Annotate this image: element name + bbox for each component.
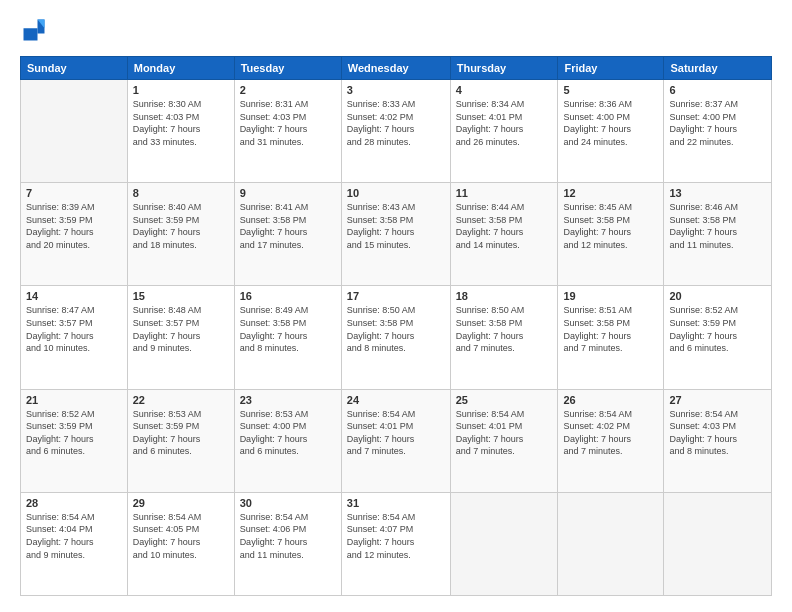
day-info: Sunrise: 8:31 AM Sunset: 4:03 PM Dayligh…: [240, 98, 336, 148]
logo: [20, 16, 52, 44]
calendar-cell: [558, 492, 664, 595]
day-number: 26: [563, 394, 658, 406]
calendar-cell: 7Sunrise: 8:39 AM Sunset: 3:59 PM Daylig…: [21, 183, 128, 286]
day-number: 20: [669, 290, 766, 302]
day-number: 3: [347, 84, 445, 96]
day-number: 5: [563, 84, 658, 96]
calendar-cell: 5Sunrise: 8:36 AM Sunset: 4:00 PM Daylig…: [558, 80, 664, 183]
calendar-cell: 6Sunrise: 8:37 AM Sunset: 4:00 PM Daylig…: [664, 80, 772, 183]
day-info: Sunrise: 8:50 AM Sunset: 3:58 PM Dayligh…: [456, 304, 553, 354]
day-info: Sunrise: 8:34 AM Sunset: 4:01 PM Dayligh…: [456, 98, 553, 148]
calendar-cell: 26Sunrise: 8:54 AM Sunset: 4:02 PM Dayli…: [558, 389, 664, 492]
day-info: Sunrise: 8:44 AM Sunset: 3:58 PM Dayligh…: [456, 201, 553, 251]
calendar-cell: 12Sunrise: 8:45 AM Sunset: 3:58 PM Dayli…: [558, 183, 664, 286]
calendar-cell: 9Sunrise: 8:41 AM Sunset: 3:58 PM Daylig…: [234, 183, 341, 286]
day-info: Sunrise: 8:45 AM Sunset: 3:58 PM Dayligh…: [563, 201, 658, 251]
day-info: Sunrise: 8:47 AM Sunset: 3:57 PM Dayligh…: [26, 304, 122, 354]
day-info: Sunrise: 8:54 AM Sunset: 4:04 PM Dayligh…: [26, 511, 122, 561]
calendar-body: 1Sunrise: 8:30 AM Sunset: 4:03 PM Daylig…: [21, 80, 772, 596]
day-info: Sunrise: 8:41 AM Sunset: 3:58 PM Dayligh…: [240, 201, 336, 251]
day-info: Sunrise: 8:46 AM Sunset: 3:58 PM Dayligh…: [669, 201, 766, 251]
day-header-wednesday: Wednesday: [341, 57, 450, 80]
day-info: Sunrise: 8:48 AM Sunset: 3:57 PM Dayligh…: [133, 304, 229, 354]
calendar-cell: 10Sunrise: 8:43 AM Sunset: 3:58 PM Dayli…: [341, 183, 450, 286]
day-number: 22: [133, 394, 229, 406]
day-header-sunday: Sunday: [21, 57, 128, 80]
calendar-cell: 8Sunrise: 8:40 AM Sunset: 3:59 PM Daylig…: [127, 183, 234, 286]
calendar-cell: [664, 492, 772, 595]
page: SundayMondayTuesdayWednesdayThursdayFrid…: [0, 0, 792, 612]
day-info: Sunrise: 8:49 AM Sunset: 3:58 PM Dayligh…: [240, 304, 336, 354]
day-info: Sunrise: 8:39 AM Sunset: 3:59 PM Dayligh…: [26, 201, 122, 251]
logo-icon: [20, 16, 48, 44]
calendar-week-2: 7Sunrise: 8:39 AM Sunset: 3:59 PM Daylig…: [21, 183, 772, 286]
calendar-cell: 4Sunrise: 8:34 AM Sunset: 4:01 PM Daylig…: [450, 80, 558, 183]
calendar-cell: 24Sunrise: 8:54 AM Sunset: 4:01 PM Dayli…: [341, 389, 450, 492]
calendar-cell: 3Sunrise: 8:33 AM Sunset: 4:02 PM Daylig…: [341, 80, 450, 183]
day-number: 6: [669, 84, 766, 96]
calendar-cell: 13Sunrise: 8:46 AM Sunset: 3:58 PM Dayli…: [664, 183, 772, 286]
day-info: Sunrise: 8:36 AM Sunset: 4:00 PM Dayligh…: [563, 98, 658, 148]
calendar-cell: [450, 492, 558, 595]
calendar-week-3: 14Sunrise: 8:47 AM Sunset: 3:57 PM Dayli…: [21, 286, 772, 389]
calendar-cell: 11Sunrise: 8:44 AM Sunset: 3:58 PM Dayli…: [450, 183, 558, 286]
day-number: 19: [563, 290, 658, 302]
day-number: 23: [240, 394, 336, 406]
calendar-cell: 14Sunrise: 8:47 AM Sunset: 3:57 PM Dayli…: [21, 286, 128, 389]
calendar-cell: 18Sunrise: 8:50 AM Sunset: 3:58 PM Dayli…: [450, 286, 558, 389]
day-number: 4: [456, 84, 553, 96]
calendar-cell: 2Sunrise: 8:31 AM Sunset: 4:03 PM Daylig…: [234, 80, 341, 183]
day-number: 27: [669, 394, 766, 406]
day-number: 13: [669, 187, 766, 199]
day-number: 29: [133, 497, 229, 509]
day-number: 10: [347, 187, 445, 199]
calendar-cell: 27Sunrise: 8:54 AM Sunset: 4:03 PM Dayli…: [664, 389, 772, 492]
calendar-cell: 23Sunrise: 8:53 AM Sunset: 4:00 PM Dayli…: [234, 389, 341, 492]
day-number: 24: [347, 394, 445, 406]
day-number: 25: [456, 394, 553, 406]
day-info: Sunrise: 8:54 AM Sunset: 4:01 PM Dayligh…: [456, 408, 553, 458]
day-number: 1: [133, 84, 229, 96]
day-number: 14: [26, 290, 122, 302]
day-number: 16: [240, 290, 336, 302]
calendar-cell: 15Sunrise: 8:48 AM Sunset: 3:57 PM Dayli…: [127, 286, 234, 389]
day-info: Sunrise: 8:53 AM Sunset: 4:00 PM Dayligh…: [240, 408, 336, 458]
day-header-friday: Friday: [558, 57, 664, 80]
day-info: Sunrise: 8:50 AM Sunset: 3:58 PM Dayligh…: [347, 304, 445, 354]
day-info: Sunrise: 8:53 AM Sunset: 3:59 PM Dayligh…: [133, 408, 229, 458]
day-header-thursday: Thursday: [450, 57, 558, 80]
day-info: Sunrise: 8:54 AM Sunset: 4:02 PM Dayligh…: [563, 408, 658, 458]
day-info: Sunrise: 8:52 AM Sunset: 3:59 PM Dayligh…: [26, 408, 122, 458]
calendar-cell: 1Sunrise: 8:30 AM Sunset: 4:03 PM Daylig…: [127, 80, 234, 183]
day-info: Sunrise: 8:30 AM Sunset: 4:03 PM Dayligh…: [133, 98, 229, 148]
calendar-cell: 28Sunrise: 8:54 AM Sunset: 4:04 PM Dayli…: [21, 492, 128, 595]
days-header-row: SundayMondayTuesdayWednesdayThursdayFrid…: [21, 57, 772, 80]
day-info: Sunrise: 8:54 AM Sunset: 4:03 PM Dayligh…: [669, 408, 766, 458]
calendar-cell: 31Sunrise: 8:54 AM Sunset: 4:07 PM Dayli…: [341, 492, 450, 595]
day-number: 7: [26, 187, 122, 199]
day-number: 31: [347, 497, 445, 509]
day-number: 17: [347, 290, 445, 302]
day-info: Sunrise: 8:33 AM Sunset: 4:02 PM Dayligh…: [347, 98, 445, 148]
day-info: Sunrise: 8:43 AM Sunset: 3:58 PM Dayligh…: [347, 201, 445, 251]
calendar-cell: 29Sunrise: 8:54 AM Sunset: 4:05 PM Dayli…: [127, 492, 234, 595]
calendar-cell: 16Sunrise: 8:49 AM Sunset: 3:58 PM Dayli…: [234, 286, 341, 389]
calendar-cell: 19Sunrise: 8:51 AM Sunset: 3:58 PM Dayli…: [558, 286, 664, 389]
header: [20, 16, 772, 44]
day-info: Sunrise: 8:40 AM Sunset: 3:59 PM Dayligh…: [133, 201, 229, 251]
day-number: 18: [456, 290, 553, 302]
day-number: 30: [240, 497, 336, 509]
day-info: Sunrise: 8:54 AM Sunset: 4:06 PM Dayligh…: [240, 511, 336, 561]
day-number: 8: [133, 187, 229, 199]
day-info: Sunrise: 8:51 AM Sunset: 3:58 PM Dayligh…: [563, 304, 658, 354]
calendar-week-1: 1Sunrise: 8:30 AM Sunset: 4:03 PM Daylig…: [21, 80, 772, 183]
calendar-cell: 20Sunrise: 8:52 AM Sunset: 3:59 PM Dayli…: [664, 286, 772, 389]
calendar: SundayMondayTuesdayWednesdayThursdayFrid…: [20, 56, 772, 596]
calendar-week-5: 28Sunrise: 8:54 AM Sunset: 4:04 PM Dayli…: [21, 492, 772, 595]
calendar-cell: 21Sunrise: 8:52 AM Sunset: 3:59 PM Dayli…: [21, 389, 128, 492]
svg-marker-2: [24, 28, 38, 40]
day-info: Sunrise: 8:54 AM Sunset: 4:07 PM Dayligh…: [347, 511, 445, 561]
day-number: 12: [563, 187, 658, 199]
calendar-cell: [21, 80, 128, 183]
day-number: 11: [456, 187, 553, 199]
